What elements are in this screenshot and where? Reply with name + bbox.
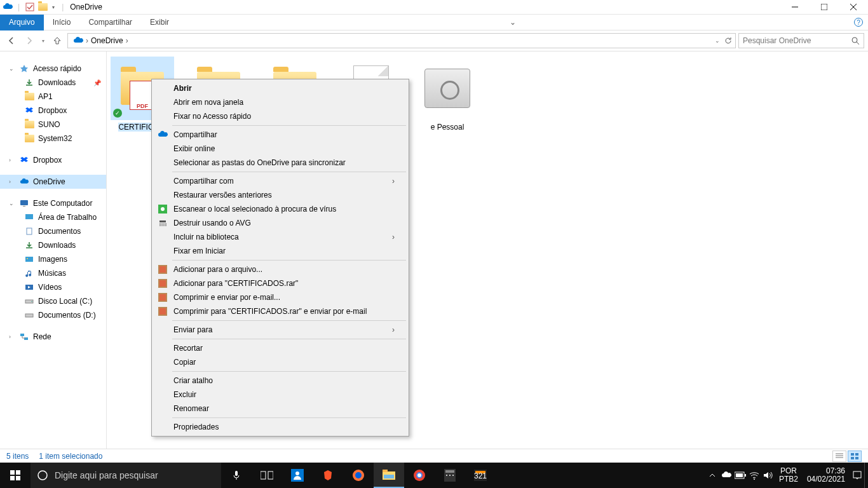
sidebar-item-drive-d[interactable]: Documentos (D:) [0,308,106,322]
tray-volume-icon[interactable] [761,463,775,488]
close-button[interactable] [839,0,868,15]
sidebar-item-suno[interactable]: SUNO [0,118,106,132]
ctx-pin-start[interactable]: Fixar em Iniciar [153,244,407,258]
svg-rect-2 [821,4,827,10]
tab-home[interactable]: Início [44,15,80,30]
ctx-rename[interactable]: Renomear [153,402,407,416]
ctx-create-shortcut[interactable]: Criar atalho [153,374,407,388]
ctx-send-to[interactable]: Enviar para› [153,323,407,337]
forward-button[interactable] [22,33,37,48]
expand-icon[interactable]: › [9,179,15,185]
up-button[interactable] [50,33,65,48]
show-desktop-button[interactable] [864,463,868,488]
view-icons-button[interactable] [848,451,862,462]
search-input[interactable]: Pesquisar OneDrive [738,33,864,48]
sidebar-item-pictures[interactable]: Imagens [0,252,106,266]
ctx-include-library[interactable]: Incluir na biblioteca› [153,230,407,244]
taskbar-mic[interactable] [221,463,252,488]
sidebar-item-downloads2[interactable]: Downloads [0,238,106,252]
ctx-view-online[interactable]: Exibir online [153,142,407,156]
tray-battery-icon[interactable] [733,463,747,488]
monitor-icon [19,198,29,208]
expand-icon[interactable]: ⌄ [9,65,15,72]
dropdown-icon[interactable]: ▾ [50,2,57,12]
expand-icon[interactable]: › [9,334,15,340]
tray-language[interactable]: POR PTB2 [775,467,802,484]
expand-icon[interactable]: › [9,157,15,163]
maximize-button[interactable] [810,0,839,15]
refresh-icon[interactable] [724,36,733,45]
ctx-scan-virus[interactable]: Escanear o local selecionado à procura d… [153,202,407,216]
window-titlebar: | ▾ | OneDrive [0,0,868,15]
folder-icon [24,119,34,130]
taskbar-app-firefox[interactable] [343,463,374,488]
ctx-cut[interactable]: Recortar [153,341,407,355]
tab-share[interactable]: Compartilhar [79,15,141,30]
checkbox-icon[interactable] [25,2,35,12]
taskbar-app-contacts[interactable] [282,463,313,488]
svg-point-20 [161,207,165,211]
taskbar-app-calculator[interactable] [435,463,465,488]
ctx-pin-quick[interactable]: Fixar no Acesso rápido [153,109,407,123]
dropbox-icon [24,105,34,116]
onedrive-cloud-icon [73,36,83,46]
taskbar-app-mpc[interactable]: 321 [465,463,496,488]
address-bar[interactable]: › OneDrive › ⌄ [67,33,736,48]
sidebar-item-music[interactable]: Músicas [0,266,106,280]
taskbar-search[interactable]: Digite aqui para pesquisar [31,463,221,488]
tray-notifications-icon[interactable] [850,463,864,488]
ctx-delete[interactable]: Excluir [153,388,407,402]
sidebar-thispc-root[interactable]: ⌄ Este Computador [0,196,106,210]
sidebar-quick-access[interactable]: ⌄ Acesso rápido [0,62,106,76]
sidebar-item-documents[interactable]: Documentos [0,224,106,238]
context-menu: Abrir Abrir em nova janela Fixar no Aces… [151,79,409,437]
sidebar-item-dropbox[interactable]: Dropbox [0,104,106,118]
folder-icon [24,133,34,144]
sidebar-item-drive-c[interactable]: Disco Local (C:) [0,294,106,308]
file-item[interactable]: e Pessoal [416,57,479,132]
sidebar-item-system32[interactable]: System32 [0,132,106,146]
ctx-compress-email[interactable]: Comprimir e enviar por e-mail... [153,290,407,304]
minimize-button[interactable] [780,0,810,15]
tray-clock[interactable]: 07:36 04/02/2021 [802,467,850,484]
sidebar-network-root[interactable]: › Rede [0,330,106,344]
sidebar-item-ap1[interactable]: AP1 [0,90,106,104]
svg-rect-10 [27,228,32,234]
tray-overflow-icon[interactable] [705,463,719,488]
view-details-button[interactable] [832,451,846,462]
recent-dropdown[interactable]: ▾ [39,33,47,48]
ctx-shred-avg[interactable]: Destruir usando o AVG [153,216,407,230]
start-button[interactable] [0,463,31,488]
back-button[interactable] [4,33,19,48]
sidebar-item-downloads[interactable]: Downloads 📌 [0,76,106,90]
address-dropdown-icon[interactable]: ⌄ [715,37,720,44]
tray-wifi-icon[interactable] [747,463,761,488]
ctx-open-new-window[interactable]: Abrir em nova janela [153,95,407,109]
expand-icon[interactable]: ⌄ [9,200,15,207]
tab-file[interactable]: Arquivo [0,15,44,30]
taskbar-app-explorer[interactable] [374,463,404,488]
sidebar-onedrive-root[interactable]: › OneDrive [0,175,106,189]
taskbar-taskview[interactable] [252,463,282,488]
ctx-share[interactable]: Compartilhar [153,128,407,142]
ctx-open[interactable]: Abrir [153,81,407,95]
breadcrumb-root[interactable]: › OneDrive › [71,36,131,46]
svg-rect-11 [25,257,33,262]
taskbar-app-chrome[interactable] [404,463,435,488]
ctx-restore-versions[interactable]: Restaurar versões anteriores [153,188,407,202]
ctx-properties[interactable]: Propriedades [153,420,407,434]
ctx-add-archive[interactable]: Adicionar para o arquivo... [153,262,407,276]
ribbon-collapse-icon[interactable]: ⌄ [510,18,516,27]
ctx-choose-folders[interactable]: Selecionar as pastas do OneDrive para si… [153,156,407,170]
sidebar-dropbox-root[interactable]: › Dropbox [0,153,106,167]
sidebar-item-desktop[interactable]: Área de Trabalho [0,210,106,224]
ctx-add-rar[interactable]: Adicionar para "CERTIFICADOS.rar" [153,276,407,290]
help-icon[interactable]: ? [854,18,863,27]
sidebar-item-videos[interactable]: Vídeos [0,280,106,294]
ctx-compress-rar-email[interactable]: Comprimir para "CERTIFICADOS.rar" e envi… [153,304,407,318]
taskbar-app-brave[interactable] [313,463,343,488]
tab-view[interactable]: Exibir [141,15,178,30]
ctx-share-with[interactable]: Compartilhar com› [153,174,407,188]
tray-onedrive-icon[interactable] [719,463,733,488]
ctx-copy[interactable]: Copiar [153,355,407,369]
